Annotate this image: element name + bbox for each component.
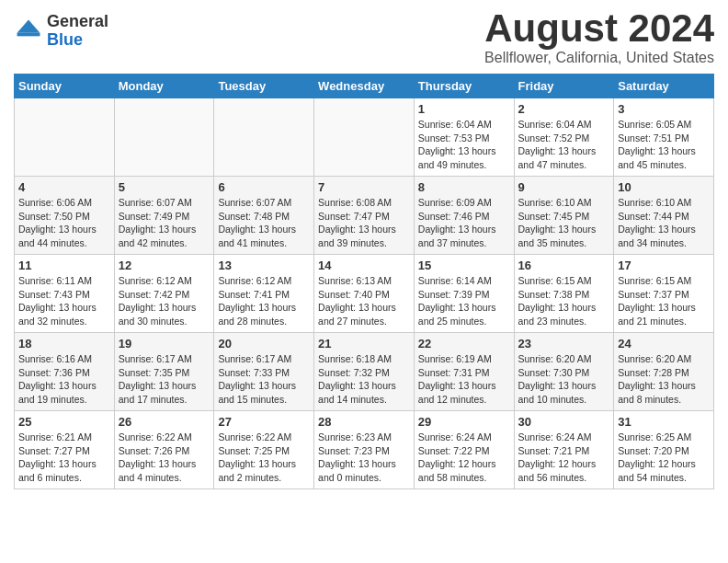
day-info: Sunrise: 6:25 AMSunset: 7:20 PMDaylight:… xyxy=(618,431,710,485)
day-cell: 9Sunrise: 6:10 AMSunset: 7:45 PMDaylight… xyxy=(514,177,614,255)
calendar-subtitle: Bellflower, California, United States xyxy=(484,50,714,66)
day-info: Sunrise: 6:17 AMSunset: 7:35 PMDaylight:… xyxy=(119,352,210,407)
week-row-3: 11Sunrise: 6:11 AMSunset: 7:43 PMDayligh… xyxy=(15,255,714,333)
day-number: 19 xyxy=(119,337,210,350)
day-number: 3 xyxy=(618,102,710,116)
day-cell: 1Sunrise: 6:04 AMSunset: 7:53 PMDaylight… xyxy=(414,98,514,177)
day-number: 15 xyxy=(418,259,510,272)
logo-text: General Blue xyxy=(47,13,108,50)
day-cell: 26Sunrise: 6:22 AMSunset: 7:26 PMDayligh… xyxy=(114,411,214,489)
header-sunday: Sunday xyxy=(15,75,115,98)
day-cell: 30Sunrise: 6:24 AMSunset: 7:21 PMDayligh… xyxy=(514,411,614,489)
day-number: 20 xyxy=(218,337,310,350)
day-cell: 5Sunrise: 6:07 AMSunset: 7:49 PMDaylight… xyxy=(114,177,214,255)
day-info: Sunrise: 6:17 AMSunset: 7:33 PMDaylight:… xyxy=(218,352,310,407)
day-info: Sunrise: 6:19 AMSunset: 7:31 PMDaylight:… xyxy=(418,352,510,407)
day-cell: 2Sunrise: 6:04 AMSunset: 7:52 PMDaylight… xyxy=(514,98,614,177)
day-info: Sunrise: 6:07 AMSunset: 7:48 PMDaylight:… xyxy=(218,196,310,250)
day-info: Sunrise: 6:10 AMSunset: 7:44 PMDaylight:… xyxy=(618,196,710,250)
week-row-1: 1Sunrise: 6:04 AMSunset: 7:53 PMDaylight… xyxy=(15,98,714,177)
day-cell: 13Sunrise: 6:12 AMSunset: 7:41 PMDayligh… xyxy=(214,255,314,333)
day-number: 11 xyxy=(18,259,110,272)
logo-general: General xyxy=(47,13,108,31)
week-row-5: 25Sunrise: 6:21 AMSunset: 7:27 PMDayligh… xyxy=(15,411,714,489)
week-row-2: 4Sunrise: 6:06 AMSunset: 7:50 PMDaylight… xyxy=(15,177,714,255)
calendar-title: August 2024 xyxy=(484,9,714,48)
day-info: Sunrise: 6:06 AMSunset: 7:50 PMDaylight:… xyxy=(18,196,110,250)
header-saturday: Saturday xyxy=(614,75,714,98)
day-number: 2 xyxy=(518,102,610,116)
header-wednesday: Wednesday xyxy=(314,75,415,98)
page-header: General Blue August 2024 Bellflower, Cal… xyxy=(14,9,714,66)
day-info: Sunrise: 6:08 AMSunset: 7:47 PMDaylight:… xyxy=(318,196,410,250)
day-info: Sunrise: 6:20 AMSunset: 7:28 PMDaylight:… xyxy=(618,352,710,407)
day-number: 25 xyxy=(18,415,110,429)
day-info: Sunrise: 6:22 AMSunset: 7:26 PMDaylight:… xyxy=(119,431,210,485)
logo-blue: Blue xyxy=(47,31,108,50)
day-info: Sunrise: 6:18 AMSunset: 7:32 PMDaylight:… xyxy=(318,352,410,407)
day-info: Sunrise: 6:14 AMSunset: 7:39 PMDaylight:… xyxy=(418,274,510,328)
day-number: 6 xyxy=(218,180,310,194)
header-monday: Monday xyxy=(114,75,214,98)
day-cell: 24Sunrise: 6:20 AMSunset: 7:28 PMDayligh… xyxy=(614,333,714,411)
day-number: 14 xyxy=(318,259,410,272)
day-info: Sunrise: 6:04 AMSunset: 7:52 PMDaylight:… xyxy=(518,118,610,172)
day-info: Sunrise: 6:21 AMSunset: 7:27 PMDaylight:… xyxy=(18,431,110,485)
svg-marker-0 xyxy=(17,19,40,32)
day-cell: 20Sunrise: 6:17 AMSunset: 7:33 PMDayligh… xyxy=(214,333,314,411)
day-number: 8 xyxy=(418,180,510,194)
svg-rect-1 xyxy=(17,33,40,37)
day-cell: 12Sunrise: 6:12 AMSunset: 7:42 PMDayligh… xyxy=(114,255,214,333)
day-number: 29 xyxy=(418,415,510,429)
logo: General Blue xyxy=(14,9,108,50)
day-number: 27 xyxy=(218,415,310,429)
day-cell: 8Sunrise: 6:09 AMSunset: 7:46 PMDaylight… xyxy=(414,177,514,255)
header-tuesday: Tuesday xyxy=(214,75,314,98)
day-number: 1 xyxy=(418,102,510,116)
day-number: 7 xyxy=(318,180,410,194)
day-cell xyxy=(314,98,415,177)
day-cell: 6Sunrise: 6:07 AMSunset: 7:48 PMDaylight… xyxy=(214,177,314,255)
day-number: 12 xyxy=(119,259,210,272)
day-number: 13 xyxy=(218,259,310,272)
logo-icon xyxy=(14,17,43,46)
day-cell: 16Sunrise: 6:15 AMSunset: 7:38 PMDayligh… xyxy=(514,255,614,333)
day-cell: 7Sunrise: 6:08 AMSunset: 7:47 PMDaylight… xyxy=(314,177,415,255)
calendar-table: SundayMondayTuesdayWednesdayThursdayFrid… xyxy=(14,74,714,489)
calendar-body: 1Sunrise: 6:04 AMSunset: 7:53 PMDaylight… xyxy=(15,98,714,489)
day-info: Sunrise: 6:05 AMSunset: 7:51 PMDaylight:… xyxy=(618,118,710,172)
day-number: 4 xyxy=(18,180,110,194)
day-number: 16 xyxy=(518,259,610,272)
day-cell: 31Sunrise: 6:25 AMSunset: 7:20 PMDayligh… xyxy=(614,411,714,489)
day-info: Sunrise: 6:22 AMSunset: 7:25 PMDaylight:… xyxy=(218,431,310,485)
day-cell: 14Sunrise: 6:13 AMSunset: 7:40 PMDayligh… xyxy=(314,255,415,333)
day-info: Sunrise: 6:09 AMSunset: 7:46 PMDaylight:… xyxy=(418,196,510,250)
day-number: 24 xyxy=(618,337,710,350)
day-info: Sunrise: 6:24 AMSunset: 7:22 PMDaylight:… xyxy=(418,431,510,485)
day-info: Sunrise: 6:16 AMSunset: 7:36 PMDaylight:… xyxy=(18,352,110,407)
day-info: Sunrise: 6:07 AMSunset: 7:49 PMDaylight:… xyxy=(119,196,210,250)
day-cell: 11Sunrise: 6:11 AMSunset: 7:43 PMDayligh… xyxy=(15,255,115,333)
day-cell: 15Sunrise: 6:14 AMSunset: 7:39 PMDayligh… xyxy=(414,255,514,333)
title-area: August 2024 Bellflower, California, Unit… xyxy=(484,9,714,66)
day-number: 28 xyxy=(318,415,410,429)
day-cell xyxy=(114,98,214,177)
header-thursday: Thursday xyxy=(414,75,514,98)
calendar-header-row: SundayMondayTuesdayWednesdayThursdayFrid… xyxy=(15,75,714,98)
day-number: 5 xyxy=(119,180,210,194)
day-info: Sunrise: 6:15 AMSunset: 7:37 PMDaylight:… xyxy=(618,274,710,328)
day-cell: 27Sunrise: 6:22 AMSunset: 7:25 PMDayligh… xyxy=(214,411,314,489)
day-cell: 17Sunrise: 6:15 AMSunset: 7:37 PMDayligh… xyxy=(614,255,714,333)
day-info: Sunrise: 6:12 AMSunset: 7:42 PMDaylight:… xyxy=(119,274,210,328)
day-cell: 4Sunrise: 6:06 AMSunset: 7:50 PMDaylight… xyxy=(15,177,115,255)
day-cell: 22Sunrise: 6:19 AMSunset: 7:31 PMDayligh… xyxy=(414,333,514,411)
week-row-4: 18Sunrise: 6:16 AMSunset: 7:36 PMDayligh… xyxy=(15,333,714,411)
header-friday: Friday xyxy=(514,75,614,98)
day-number: 23 xyxy=(518,337,610,350)
day-number: 9 xyxy=(518,180,610,194)
day-number: 18 xyxy=(18,337,110,350)
day-info: Sunrise: 6:15 AMSunset: 7:38 PMDaylight:… xyxy=(518,274,610,328)
day-info: Sunrise: 6:10 AMSunset: 7:45 PMDaylight:… xyxy=(518,196,610,250)
day-info: Sunrise: 6:23 AMSunset: 7:23 PMDaylight:… xyxy=(318,431,410,485)
day-cell xyxy=(214,98,314,177)
